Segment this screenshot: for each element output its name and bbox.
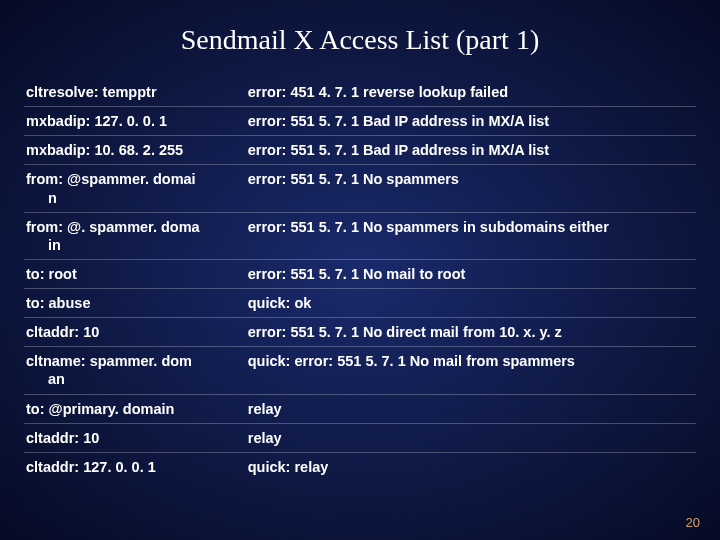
key-text: from: @. spammer. doma: [26, 219, 200, 235]
key-text-wrap: in: [26, 236, 240, 254]
slide-title: Sendmail X Access List (part 1): [24, 24, 696, 56]
table-row: mxbadip: 127. 0. 0. 1 error: 551 5. 7. 1…: [24, 107, 696, 136]
rule-value: quick: relay: [246, 452, 696, 481]
key-text: to: abuse: [26, 295, 90, 311]
table-row: cltaddr: 10 relay: [24, 423, 696, 452]
rule-value: quick: ok: [246, 289, 696, 318]
key-text: cltresolve: tempptr: [26, 84, 157, 100]
table-row: mxbadip: 10. 68. 2. 255 error: 551 5. 7.…: [24, 136, 696, 165]
access-list-body: cltresolve: tempptr error: 451 4. 7. 1 r…: [24, 78, 696, 481]
rule-value: error: 551 5. 7. 1 No spammers: [246, 165, 696, 212]
rule-key: mxbadip: 127. 0. 0. 1: [24, 107, 246, 136]
page-number: 20: [686, 515, 700, 530]
table-row: cltaddr: 127. 0. 0. 1 quick: relay: [24, 452, 696, 481]
rule-value: error: 551 5. 7. 1 No direct mail from 1…: [246, 318, 696, 347]
access-list-table: cltresolve: tempptr error: 451 4. 7. 1 r…: [24, 78, 696, 481]
key-text: to: root: [26, 266, 77, 282]
key-text: cltname: spammer. dom: [26, 353, 192, 369]
key-text-wrap: n: [26, 189, 240, 207]
table-row: from: @. spammer. domain error: 551 5. 7…: [24, 212, 696, 259]
rule-value: relay: [246, 423, 696, 452]
rule-key: cltname: spammer. doman: [24, 347, 246, 394]
rule-key: cltaddr: 10: [24, 423, 246, 452]
rule-value: error: 551 5. 7. 1 No mail to root: [246, 259, 696, 288]
rule-key: from: @. spammer. domain: [24, 212, 246, 259]
table-row: cltname: spammer. doman quick: error: 55…: [24, 347, 696, 394]
rule-key: mxbadip: 10. 68. 2. 255: [24, 136, 246, 165]
table-row: from: @spammer. domain error: 551 5. 7. …: [24, 165, 696, 212]
key-text: mxbadip: 127. 0. 0. 1: [26, 113, 167, 129]
rule-key: cltaddr: 127. 0. 0. 1: [24, 452, 246, 481]
rule-key: to: abuse: [24, 289, 246, 318]
rule-key: cltaddr: 10: [24, 318, 246, 347]
table-row: to: @primary. domain relay: [24, 394, 696, 423]
key-text: mxbadip: 10. 68. 2. 255: [26, 142, 183, 158]
rule-key: to: @primary. domain: [24, 394, 246, 423]
key-text-wrap: an: [26, 370, 240, 388]
rule-key: to: root: [24, 259, 246, 288]
table-row: to: root error: 551 5. 7. 1 No mail to r…: [24, 259, 696, 288]
key-text: cltaddr: 10: [26, 324, 99, 340]
table-row: to: abuse quick: ok: [24, 289, 696, 318]
rule-value: error: 551 5. 7. 1 Bad IP address in MX/…: [246, 107, 696, 136]
rule-value: error: 551 5. 7. 1 No spammers in subdom…: [246, 212, 696, 259]
key-text: cltaddr: 10: [26, 430, 99, 446]
rule-value: error: 551 5. 7. 1 Bad IP address in MX/…: [246, 136, 696, 165]
key-text: from: @spammer. domai: [26, 171, 196, 187]
key-text: to: @primary. domain: [26, 401, 174, 417]
slide: Sendmail X Access List (part 1) cltresol…: [0, 0, 720, 540]
rule-key: from: @spammer. domain: [24, 165, 246, 212]
rule-key: cltresolve: tempptr: [24, 78, 246, 107]
table-row: cltresolve: tempptr error: 451 4. 7. 1 r…: [24, 78, 696, 107]
key-text: cltaddr: 127. 0. 0. 1: [26, 459, 156, 475]
table-row: cltaddr: 10 error: 551 5. 7. 1 No direct…: [24, 318, 696, 347]
rule-value: quick: error: 551 5. 7. 1 No mail from s…: [246, 347, 696, 394]
rule-value: relay: [246, 394, 696, 423]
rule-value: error: 451 4. 7. 1 reverse lookup failed: [246, 78, 696, 107]
